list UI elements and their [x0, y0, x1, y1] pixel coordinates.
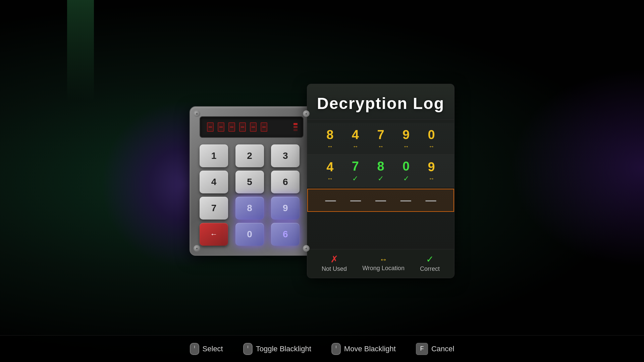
log-title: Decryption Log	[314, 94, 447, 113]
wrong-location-icon: ↔	[379, 255, 387, 263]
wrong-location-label: Wrong Location	[362, 265, 405, 272]
action-select: Select	[190, 343, 223, 355]
screw-br	[303, 245, 310, 252]
log-cell-r2-1: 4 ↔	[320, 160, 340, 182]
correct-icon: ✓	[426, 255, 434, 264]
bottom-bar: Select Toggle Blacklight Move Blacklight…	[0, 335, 644, 362]
key-6b[interactable]: 6	[271, 223, 300, 246]
key-0[interactable]: 0	[235, 223, 264, 246]
key-4[interactable]: 4	[200, 171, 228, 193]
indicator-seg-2	[293, 126, 298, 128]
keypad-display	[200, 116, 304, 138]
log-cell-active-4: —	[396, 194, 416, 206]
display-indicator	[293, 123, 298, 131]
key-2[interactable]: 2	[235, 144, 264, 167]
key-1[interactable]: 1	[200, 144, 228, 167]
log-cell-active-3: —	[371, 194, 391, 206]
log-num-r1-1: 8	[326, 128, 333, 142]
log-cell-active-1: —	[320, 194, 340, 206]
log-cell-r1-4: 9 ↔	[396, 128, 416, 149]
log-cell-r1-2: 4 ↔	[345, 128, 365, 149]
key-6[interactable]: 6	[271, 171, 300, 193]
indicator-seg-3	[293, 129, 298, 131]
log-ind-r1-2: ↔	[352, 143, 358, 149]
action-move-label: Move Blacklight	[344, 345, 396, 353]
screw-tl	[194, 110, 200, 117]
screw-bl	[194, 245, 200, 252]
legend-not-used: ✗ Not Used	[322, 255, 347, 273]
log-num-r2-2: 7	[352, 159, 359, 174]
log-ind-r2-5: ↔	[428, 176, 434, 182]
key-7[interactable]: 7	[200, 197, 228, 220]
indicator-seg-1	[293, 123, 298, 125]
mouse-right-icon	[331, 343, 341, 355]
keypad-wrapper: 1 2 3 4 5 6 7 8 9 ← 0 6	[190, 106, 314, 256]
display-digit-4	[238, 121, 247, 133]
log-rows: 8 ↔ 4 ↔ 7 ↔ 9 ↔	[307, 120, 454, 217]
log-num-r1-4: 9	[402, 128, 410, 142]
action-toggle-label: Toggle Blacklight	[256, 345, 311, 353]
log-cell-r1-5: 0 ↔	[421, 128, 441, 149]
mouse-left-icon	[190, 343, 199, 355]
display-digit-2	[216, 121, 226, 133]
log-legend: ✗ Not Used ↔ Wrong Location ✓ Correct	[307, 249, 454, 278]
main-container: 1 2 3 4 5 6 7 8 9 ← 0 6 Decryption	[0, 0, 644, 362]
log-ind-r1-3: ↔	[378, 143, 384, 149]
log-dash-3: —	[375, 194, 386, 206]
key-5[interactable]: 5	[235, 171, 264, 193]
log-row-2: 4 ↔ 7 ✓ 8 ✓ 0 ✓	[307, 155, 454, 187]
log-cell-r1-3: 7 ↔	[371, 128, 391, 149]
log-ind-r2-1: ↔	[327, 176, 333, 182]
not-used-icon: ✗	[330, 255, 338, 264]
display-digit-6	[259, 121, 269, 133]
log-cell-r2-4: 0 ✓	[396, 159, 416, 182]
log-num-r2-1: 4	[326, 160, 333, 174]
log-ind-r2-3: ✓	[378, 175, 384, 182]
log-dash-4: —	[400, 194, 411, 206]
log-row-active: — — — — —	[307, 189, 454, 212]
action-cancel: F Cancel	[416, 343, 454, 355]
action-move-blacklight: Move Blacklight	[331, 343, 396, 355]
log-cell-r2-5: 9 ↔	[421, 160, 441, 182]
keypad-grid: 1 2 3 4 5 6 7 8 9 ← 0 6	[200, 144, 304, 246]
key-9[interactable]: 9	[271, 197, 300, 220]
display-digits	[206, 121, 289, 133]
log-num-r2-4: 0	[402, 159, 410, 174]
legend-wrong-location: ↔ Wrong Location	[362, 255, 405, 272]
log-ind-r2-2: ✓	[352, 175, 358, 182]
log-dash-1: —	[325, 194, 336, 206]
action-toggle-blacklight: Toggle Blacklight	[243, 343, 311, 355]
log-cell-r2-2: 7 ✓	[345, 159, 365, 182]
key-3[interactable]: 3	[271, 144, 300, 167]
log-panel: Decryption Log 8 ↔ 4 ↔ 7 ↔	[307, 84, 454, 278]
log-dash-5: —	[426, 194, 436, 206]
log-row-1: 8 ↔ 4 ↔ 7 ↔ 9 ↔	[307, 123, 454, 155]
display-digit-3	[227, 121, 236, 133]
not-used-label: Not Used	[322, 265, 347, 273]
game-area: 1 2 3 4 5 6 7 8 9 ← 0 6 Decryption	[190, 84, 454, 278]
action-select-label: Select	[203, 345, 223, 353]
log-ind-r1-4: ↔	[403, 143, 409, 149]
log-dash-2: —	[350, 194, 361, 206]
key-8[interactable]: 8	[235, 197, 264, 220]
action-cancel-label: Cancel	[431, 345, 454, 353]
log-ind-r1-5: ↔	[428, 143, 434, 149]
log-ind-r1-1: ↔	[327, 143, 333, 149]
key-backspace[interactable]: ←	[200, 223, 228, 246]
log-num-r2-3: 8	[377, 159, 384, 174]
log-num-r1-5: 0	[428, 128, 435, 142]
log-num-r2-5: 9	[428, 160, 435, 174]
log-cell-r2-3: 8 ✓	[371, 159, 391, 182]
screw-tr	[303, 110, 310, 117]
log-num-r1-3: 7	[377, 128, 384, 142]
display-digit-1	[206, 121, 215, 133]
log-ind-r2-4: ✓	[403, 175, 409, 182]
display-digit-5	[249, 121, 258, 133]
log-cell-active-2: —	[345, 194, 366, 206]
correct-label: Correct	[420, 265, 440, 273]
mouse-mid-icon	[243, 343, 253, 355]
log-num-r1-2: 4	[352, 128, 359, 142]
log-cell-r1-1: 8 ↔	[320, 128, 340, 149]
legend-correct: ✓ Correct	[420, 255, 440, 273]
f-key-icon: F	[416, 343, 428, 355]
